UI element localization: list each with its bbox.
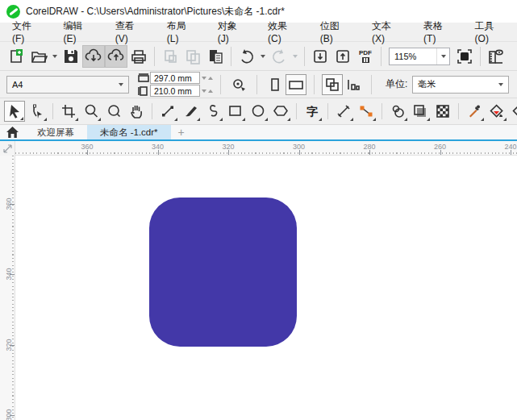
- pan-tool[interactable]: [126, 101, 147, 122]
- contour-tool[interactable]: [387, 101, 408, 122]
- all-pages-button[interactable]: [322, 74, 343, 95]
- menu-tools[interactable]: 工具(O): [465, 17, 517, 47]
- menu-edit[interactable]: 编辑(E): [53, 17, 105, 47]
- document-tab-bar: 欢迎屏幕 未命名 -1.cdr* +: [0, 125, 517, 141]
- page-width-icon: [137, 73, 150, 83]
- menu-layout[interactable]: 布局(L): [156, 17, 207, 47]
- page-height-icon: [137, 86, 150, 96]
- cloud-download-button[interactable]: [82, 45, 105, 68]
- new-document-button[interactable]: [5, 45, 27, 68]
- full-screen-preview-button[interactable]: [453, 45, 476, 68]
- menu-object[interactable]: 对象(J): [207, 17, 257, 47]
- zoom-plain-tool[interactable]: [103, 101, 124, 122]
- shape-tool[interactable]: [27, 101, 48, 122]
- toolbox: 字: [0, 98, 517, 125]
- ruler-origin-icon: [3, 144, 12, 153]
- property-bar: A4 297.0 mm 210.0 mm: [0, 71, 517, 98]
- portrait-button[interactable]: [265, 74, 286, 95]
- redo-button: [268, 45, 290, 68]
- connector-tool[interactable]: [356, 101, 377, 122]
- pen-tool[interactable]: [202, 101, 223, 122]
- copy-button: [181, 45, 204, 68]
- show-rulers-button[interactable]: [485, 45, 507, 68]
- eyedropper-tool[interactable]: [464, 101, 485, 122]
- page-width-spinner[interactable]: [202, 77, 213, 80]
- drop-shadow-tool[interactable]: [410, 101, 431, 122]
- horizontal-ruler-row: 360340320300280260240: [0, 141, 517, 156]
- page-height-spinner[interactable]: [202, 89, 213, 93]
- zoom-level-value[interactable]: 115%: [390, 52, 436, 61]
- zoom-tool[interactable]: [81, 101, 102, 122]
- publish-pdf-button[interactable]: PDF: [354, 45, 377, 68]
- undo-dropdown-arrow[interactable]: [261, 55, 265, 58]
- rounded-square-shape[interactable]: [149, 198, 297, 347]
- coreldraw-logo-icon: [6, 5, 20, 19]
- ellipse-tool[interactable]: [248, 101, 269, 122]
- window-title: CorelDRAW - C:\Users\Administrator\Pictu…: [26, 5, 285, 19]
- import-button[interactable]: [309, 45, 331, 68]
- horizontal-ruler[interactable]: 360340320300280260240: [15, 141, 517, 156]
- drawing-canvas[interactable]: [15, 156, 517, 420]
- home-tab-button[interactable]: [0, 125, 24, 139]
- transparency-tool[interactable]: [432, 101, 453, 122]
- work-area: 360340320300: [0, 156, 517, 420]
- new-tab-button[interactable]: +: [171, 125, 192, 139]
- page-width-field[interactable]: 297.0 mm: [150, 72, 200, 84]
- edge-fill-tool[interactable]: [509, 101, 517, 122]
- freehand-tool[interactable]: [157, 101, 178, 122]
- tab-welcome-screen[interactable]: 欢迎屏幕: [24, 125, 87, 139]
- units-value: 毫米: [413, 78, 494, 90]
- artistic-media-tool[interactable]: [180, 101, 201, 122]
- text-tool[interactable]: 字: [302, 101, 323, 122]
- print-button[interactable]: [127, 45, 150, 68]
- text-tool-glyph: 字: [306, 106, 318, 117]
- pdf-label: PDF: [359, 49, 372, 56]
- crop-tool[interactable]: [58, 101, 79, 122]
- page-size-combo[interactable]: A4: [6, 76, 129, 94]
- units-label: 单位:: [386, 77, 407, 91]
- cloud-upload-button[interactable]: [105, 45, 127, 68]
- current-page-button[interactable]: [343, 74, 364, 95]
- menu-file[interactable]: 文件(F): [2, 17, 53, 47]
- export-button[interactable]: [331, 45, 354, 68]
- paste-special-button: [159, 45, 181, 68]
- menu-bar: 文件(F) 编辑(E) 查看(V) 布局(L) 对象(J) 效果(C) 位图(B…: [0, 23, 517, 42]
- units-combo[interactable]: 毫米: [412, 76, 509, 94]
- nudge-offset-button[interactable]: [228, 74, 249, 95]
- menu-bitmaps[interactable]: 位图(B): [310, 17, 361, 47]
- rectangle-tool[interactable]: [225, 101, 246, 122]
- zoom-level-combo[interactable]: 115%: [389, 48, 450, 65]
- menu-table[interactable]: 表格(T): [413, 17, 465, 47]
- page-size-value: A4: [7, 80, 114, 89]
- menu-text[interactable]: 文本(X): [361, 17, 413, 47]
- tab-untitled-document[interactable]: 未命名 -1.cdr*: [87, 125, 171, 139]
- undo-button[interactable]: [236, 45, 258, 68]
- open-dropdown-arrow[interactable]: [52, 55, 57, 58]
- save-button[interactable]: [60, 45, 82, 68]
- pick-tool[interactable]: [4, 101, 25, 122]
- dimension-tool[interactable]: [333, 101, 354, 122]
- landscape-button[interactable]: [286, 74, 306, 95]
- redo-dropdown-arrow: [293, 55, 298, 58]
- menu-effects[interactable]: 效果(C): [257, 17, 310, 47]
- home-icon: [6, 127, 19, 138]
- ruler-origin-button[interactable]: [0, 141, 15, 156]
- open-button[interactable]: [27, 45, 50, 68]
- interactive-fill-tool[interactable]: [486, 101, 507, 122]
- polygon-tool[interactable]: [270, 101, 291, 122]
- vertical-ruler[interactable]: 360340320300: [0, 156, 15, 420]
- menu-view[interactable]: 查看(V): [105, 17, 156, 47]
- paste-button[interactable]: [204, 45, 227, 68]
- page-height-field[interactable]: 210.0 mm: [150, 85, 200, 97]
